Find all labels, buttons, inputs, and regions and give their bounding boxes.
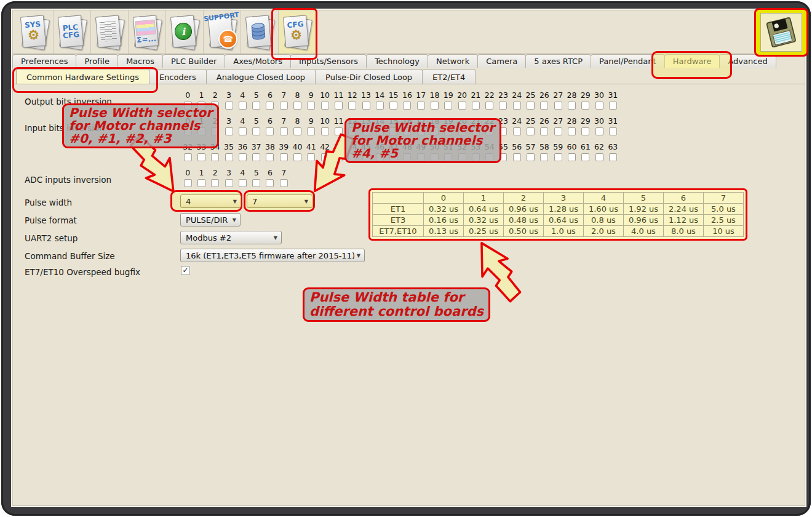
tab-hardware[interactable]: Hardware bbox=[664, 54, 720, 68]
output-bit-checkbox-13[interactable] bbox=[362, 102, 370, 110]
adc-bit-checkbox-5[interactable] bbox=[252, 179, 260, 187]
input-bit-checkbox-34[interactable] bbox=[211, 153, 219, 161]
toolbar-button-sys-settings[interactable]: SYS⚙ bbox=[16, 10, 54, 54]
input-bit-checkbox-62[interactable] bbox=[595, 153, 603, 161]
input-bit-checkbox-28[interactable] bbox=[568, 127, 576, 135]
input-bit-checkbox-39[interactable] bbox=[280, 153, 288, 161]
output-bit-checkbox-27[interactable] bbox=[554, 102, 562, 110]
output-bit-checkbox-23[interactable] bbox=[499, 102, 507, 110]
input-bit-checkbox-61[interactable] bbox=[581, 153, 589, 161]
pulse-format-select[interactable]: PULSE/DIR ▼ bbox=[180, 213, 241, 226]
toolbar-button-plc-config[interactable]: PLC CFG bbox=[54, 10, 91, 54]
input-bit-checkbox-63[interactable] bbox=[609, 153, 617, 161]
output-bit-checkbox-28[interactable] bbox=[568, 102, 576, 110]
input-bit-checkbox-7[interactable] bbox=[280, 127, 288, 135]
output-bit-checkbox-21[interactable] bbox=[472, 102, 480, 110]
tab-macros[interactable]: Macros bbox=[117, 54, 163, 68]
input-bit-checkbox-6[interactable] bbox=[266, 127, 274, 135]
tab-plc-builder[interactable]: PLC Builder bbox=[162, 54, 225, 68]
tab-preferences[interactable]: Preferences bbox=[12, 54, 76, 68]
input-bit-checkbox-37[interactable] bbox=[252, 153, 260, 161]
tab-technology[interactable]: Technology bbox=[366, 54, 428, 68]
input-bit-checkbox-25[interactable] bbox=[527, 127, 535, 135]
toolbar-button-log-document[interactable] bbox=[91, 10, 129, 54]
input-bit-checkbox-8[interactable] bbox=[293, 127, 301, 135]
output-bit-checkbox-4[interactable] bbox=[239, 102, 247, 110]
output-bit-checkbox-16[interactable] bbox=[403, 102, 411, 110]
overspeed-checkbox[interactable]: ✓ bbox=[181, 266, 190, 275]
input-bit-checkbox-59[interactable] bbox=[554, 153, 562, 161]
toolbar-button-database[interactable] bbox=[241, 10, 279, 54]
output-bit-checkbox-26[interactable] bbox=[540, 102, 548, 110]
output-bit-checkbox-3[interactable] bbox=[225, 102, 233, 110]
output-bit-checkbox-19[interactable] bbox=[444, 102, 452, 110]
tab-axes-motors[interactable]: Axes/Motors bbox=[225, 54, 291, 68]
input-bit-checkbox-32[interactable] bbox=[184, 153, 192, 161]
output-bit-checkbox-6[interactable] bbox=[266, 102, 274, 110]
adc-bit-checkbox-3[interactable] bbox=[225, 179, 233, 187]
output-bit-checkbox-12[interactable] bbox=[348, 102, 356, 110]
input-bit-checkbox-33[interactable] bbox=[197, 153, 205, 161]
tab-camera[interactable]: Camera bbox=[477, 54, 526, 68]
tab-5-axes-rtcp[interactable]: 5 axes RTCP bbox=[525, 54, 591, 68]
pulse-width-select-2[interactable]: 7 ▼ bbox=[247, 194, 312, 208]
subtab-encoders[interactable]: Encoders bbox=[149, 69, 207, 84]
output-bit-checkbox-11[interactable] bbox=[335, 102, 343, 110]
tab-inputs-sensors[interactable]: Inputs/Sensors bbox=[290, 54, 367, 68]
save-button[interactable] bbox=[754, 8, 808, 57]
input-bit-checkbox-38[interactable] bbox=[266, 153, 274, 161]
uart2-select[interactable]: Modbus #2 ▼ bbox=[180, 231, 282, 244]
output-bit-checkbox-15[interactable] bbox=[389, 102, 397, 110]
subtab-analogue-closed-loop[interactable]: Analogue Closed Loop bbox=[206, 69, 316, 84]
toolbar-button-support[interactable]: SUPPORT ☎ bbox=[204, 10, 241, 54]
input-bit-checkbox-40[interactable] bbox=[293, 153, 301, 161]
output-bit-checkbox-7[interactable] bbox=[280, 102, 288, 110]
toolbar-button-cfg-settings[interactable]: CFG⚙ bbox=[279, 10, 316, 54]
input-bit-checkbox-4[interactable] bbox=[239, 127, 247, 135]
output-bit-checkbox-24[interactable] bbox=[513, 102, 521, 110]
adc-bit-checkbox-2[interactable] bbox=[211, 179, 219, 187]
output-bit-checkbox-5[interactable] bbox=[252, 102, 260, 110]
adc-bit-checkbox-6[interactable] bbox=[266, 179, 274, 187]
tab-profile[interactable]: Profile bbox=[76, 54, 117, 68]
input-bit-checkbox-24[interactable] bbox=[513, 127, 521, 135]
output-bit-checkbox-30[interactable] bbox=[595, 102, 603, 110]
adc-bit-checkbox-1[interactable] bbox=[197, 179, 205, 187]
input-bit-checkbox-30[interactable] bbox=[595, 127, 603, 135]
output-bit-checkbox-29[interactable] bbox=[581, 102, 589, 110]
output-bit-checkbox-8[interactable] bbox=[293, 102, 301, 110]
input-bit-checkbox-35[interactable] bbox=[225, 153, 233, 161]
subtab-et2-et4[interactable]: ET2/ET4 bbox=[422, 69, 476, 84]
output-bit-checkbox-9[interactable] bbox=[307, 102, 315, 110]
toolbar-button-macros[interactable]: Σ=... bbox=[129, 10, 166, 54]
output-bit-checkbox-10[interactable] bbox=[321, 102, 329, 110]
command-buffer-select[interactable]: 16k (ET1,ET3,ET5 firmware after 2015-11)… bbox=[180, 249, 365, 262]
output-bit-checkbox-20[interactable] bbox=[458, 102, 466, 110]
adc-bit-checkbox-0[interactable] bbox=[184, 179, 192, 187]
subtab-common-hardware-settings[interactable]: Common Hardware Settings bbox=[16, 69, 149, 84]
adc-bit-checkbox-7[interactable] bbox=[280, 179, 288, 187]
adc-bit-checkbox-4[interactable] bbox=[239, 179, 247, 187]
subtab-pulse-dir-closed-loop[interactable]: Pulse-Dir Closed Loop bbox=[315, 69, 423, 84]
input-bit-checkbox-57[interactable] bbox=[527, 153, 535, 161]
output-bit-checkbox-14[interactable] bbox=[376, 102, 384, 110]
output-bit-checkbox-25[interactable] bbox=[527, 102, 535, 110]
input-bit-checkbox-60[interactable] bbox=[568, 153, 576, 161]
input-bit-checkbox-3[interactable] bbox=[225, 127, 233, 135]
input-bit-checkbox-56[interactable] bbox=[513, 153, 521, 161]
input-bit-checkbox-31[interactable] bbox=[609, 127, 617, 135]
input-bit-checkbox-29[interactable] bbox=[581, 127, 589, 135]
tab-network[interactable]: Network bbox=[428, 54, 478, 68]
output-bit-checkbox-17[interactable] bbox=[417, 102, 425, 110]
input-bit-checkbox-5[interactable] bbox=[252, 127, 260, 135]
toolbar-button-info[interactable]: i bbox=[166, 10, 204, 54]
pulse-width-select-1[interactable]: 4 ▼ bbox=[180, 194, 241, 208]
input-bit-checkbox-58[interactable] bbox=[540, 153, 548, 161]
input-bit-checkbox-27[interactable] bbox=[554, 127, 562, 135]
input-bit-checkbox-26[interactable] bbox=[540, 127, 548, 135]
output-bit-checkbox-31[interactable] bbox=[609, 102, 617, 110]
output-bit-checkbox-18[interactable] bbox=[431, 102, 439, 110]
input-bit-checkbox-36[interactable] bbox=[239, 153, 247, 161]
output-bit-checkbox-22[interactable] bbox=[485, 102, 493, 110]
tab-panel-pendant[interactable]: Panel/Pendant bbox=[591, 54, 665, 68]
